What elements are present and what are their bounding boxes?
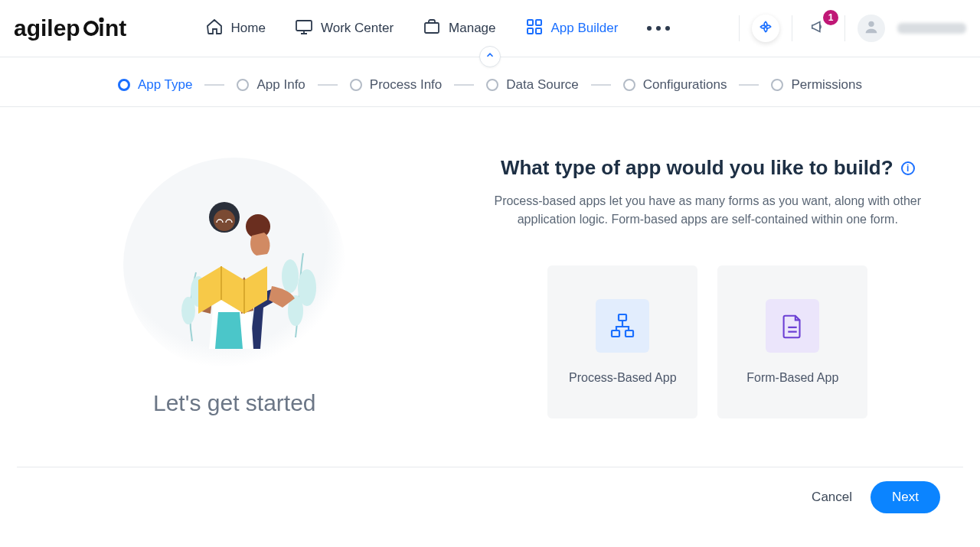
divider — [739, 15, 740, 41]
main-description: Process-based apps let you have as many … — [485, 192, 929, 229]
card-label: Form-Based App — [746, 371, 838, 385]
step-connector — [204, 84, 224, 86]
nav-app-builder[interactable]: App Builder — [525, 18, 619, 40]
collapse-header-toggle[interactable] — [479, 46, 501, 67]
step-data-source[interactable]: Data Source — [486, 77, 579, 93]
step-permissions[interactable]: Permissions — [771, 77, 862, 93]
chevron-up-icon — [485, 50, 495, 63]
step-label: Data Source — [506, 77, 579, 93]
svg-point-13 — [298, 269, 316, 306]
home-icon — [205, 18, 224, 40]
step-connector — [739, 84, 759, 86]
cancel-button[interactable]: Cancel — [812, 490, 852, 505]
svg-point-11 — [868, 21, 874, 27]
svg-point-2 — [99, 18, 103, 22]
svg-rect-7 — [528, 20, 533, 25]
notifications-button[interactable]: 1 — [805, 15, 832, 42]
top-nav: Home Work Center Manage App Builder — [205, 18, 671, 40]
svg-point-14 — [282, 259, 299, 293]
nav-home-label: Home — [231, 21, 266, 36]
svg-rect-8 — [536, 20, 541, 25]
svg-rect-6 — [425, 23, 439, 33]
card-label: Process-Based App — [569, 371, 677, 385]
step-configurations[interactable]: Configurations — [623, 77, 727, 93]
svg-point-19 — [214, 210, 235, 231]
step-indicator-icon — [350, 79, 362, 91]
notification-badge: 1 — [823, 10, 838, 25]
svg-rect-21 — [612, 330, 619, 337]
card-form-based-app[interactable]: Form-Based App — [717, 265, 867, 418]
user-name-redacted — [897, 23, 966, 34]
svg-text:nt: nt — [105, 15, 126, 41]
people-reading-map-illustration — [123, 158, 345, 372]
svg-rect-3 — [100, 24, 103, 36]
wizard-footer: Cancel Next — [17, 467, 963, 521]
step-connector — [454, 84, 474, 86]
form-column: What type of app would you like to build… — [452, 107, 963, 467]
main-title-row: What type of app would you like to build… — [501, 156, 915, 180]
step-indicator-icon — [118, 79, 130, 91]
svg-rect-22 — [626, 330, 633, 337]
top-header: agilep nt Home Work Center Manage — [0, 0, 980, 57]
step-label: Process Info — [370, 77, 443, 93]
briefcase-icon — [423, 18, 441, 40]
divider — [844, 15, 845, 41]
divider — [792, 15, 792, 41]
step-indicator-icon — [486, 79, 498, 91]
hero-illustration — [123, 158, 345, 372]
step-label: Configurations — [643, 77, 727, 93]
step-label: App Info — [256, 77, 305, 93]
process-app-icon — [596, 299, 649, 353]
more-dots-icon — [647, 26, 652, 31]
hero-column: Let's get started — [17, 107, 452, 467]
logo[interactable]: agilep nt — [14, 13, 136, 44]
form-app-icon — [766, 299, 819, 353]
svg-rect-20 — [619, 314, 626, 321]
svg-point-1 — [85, 22, 97, 34]
nav-work-center-label: Work Center — [321, 21, 394, 36]
nav-home[interactable]: Home — [205, 18, 266, 40]
nav-manage[interactable]: Manage — [423, 18, 495, 40]
launcher-button[interactable] — [752, 15, 779, 42]
nav-work-center[interactable]: Work Center — [295, 18, 394, 40]
step-process-info[interactable]: Process Info — [350, 77, 443, 93]
main-content: Let's get started What type of app would… — [0, 107, 980, 467]
hero-title: Let's get started — [153, 390, 316, 416]
svg-text:agilep: agilep — [14, 15, 80, 41]
step-label: Permissions — [791, 77, 862, 93]
pinwheel-icon — [758, 19, 773, 37]
monitor-icon — [295, 18, 313, 40]
nav-manage-label: Manage — [449, 21, 495, 36]
step-app-type[interactable]: App Type — [118, 77, 193, 93]
nav-more[interactable] — [647, 26, 670, 31]
step-indicator-icon — [237, 79, 249, 91]
main-title: What type of app would you like to build… — [501, 156, 893, 180]
next-button[interactable]: Next — [871, 481, 940, 513]
card-process-based-app[interactable]: Process-Based App — [547, 265, 697, 418]
app-grid-icon — [525, 18, 544, 40]
user-avatar[interactable] — [858, 15, 885, 42]
step-connector — [318, 84, 338, 86]
step-label: App Type — [138, 77, 193, 93]
step-indicator-icon — [771, 79, 783, 91]
header-right-tools: 1 — [739, 15, 966, 42]
nav-app-builder-label: App Builder — [551, 21, 619, 36]
app-type-cards: Process-Based App Form-Based App — [547, 265, 867, 418]
step-indicator-icon — [623, 79, 635, 91]
step-connector — [591, 84, 611, 86]
user-icon — [863, 18, 880, 38]
svg-rect-10 — [536, 28, 541, 34]
svg-rect-9 — [528, 28, 533, 34]
step-app-info[interactable]: App Info — [237, 77, 305, 93]
info-icon[interactable]: i — [901, 161, 915, 175]
svg-rect-5 — [296, 21, 312, 31]
